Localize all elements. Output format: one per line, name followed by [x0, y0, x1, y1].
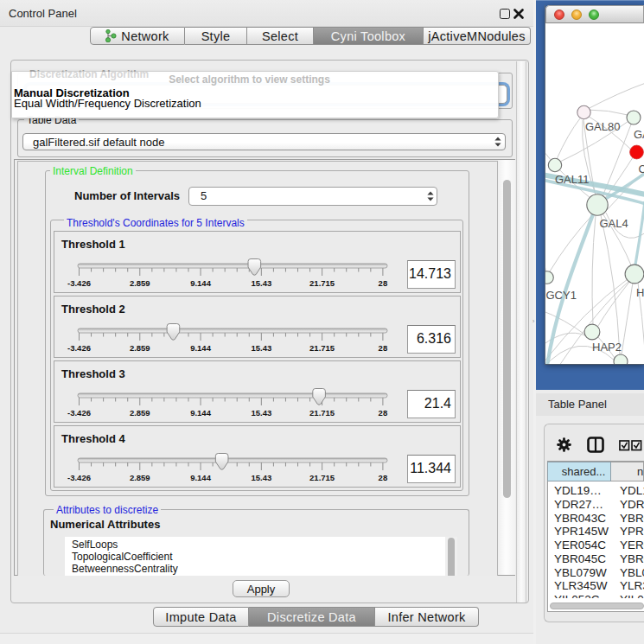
svg-text:21.715: 21.715: [309, 473, 335, 482]
svg-text:9.144: 9.144: [190, 343, 211, 353]
svg-text:H: H: [636, 286, 644, 299]
svg-text:GAL80: GAL80: [585, 120, 620, 133]
svg-text:28: 28: [379, 343, 388, 353]
svg-text:-3.426: -3.426: [67, 408, 91, 418]
svg-text:28: 28: [379, 408, 388, 418]
svg-text:9.144: 9.144: [190, 473, 211, 482]
svg-text:-3.426: -3.426: [67, 278, 91, 288]
svg-text:28: 28: [379, 473, 388, 482]
svg-text:HAP2: HAP2: [592, 341, 622, 354]
svg-text:28: 28: [379, 278, 388, 288]
svg-text:-3.426: -3.426: [67, 473, 91, 482]
svg-text:GAL11: GAL11: [555, 173, 590, 186]
svg-text:GCY1: GCY1: [546, 289, 577, 302]
svg-text:15.43: 15.43: [251, 343, 271, 353]
svg-text:2.859: 2.859: [130, 343, 150, 353]
svg-text:2.859: 2.859: [130, 408, 150, 418]
svg-text:15.43: 15.43: [251, 473, 271, 482]
svg-text:GAL4: GAL4: [600, 217, 628, 230]
svg-text:2.859: 2.859: [130, 278, 150, 288]
svg-text:2.859: 2.859: [130, 473, 150, 482]
svg-text:15.43: 15.43: [251, 278, 271, 288]
svg-text:9.144: 9.144: [190, 408, 211, 418]
svg-text:21.715: 21.715: [309, 278, 335, 288]
svg-text:-3.426: -3.426: [67, 343, 91, 353]
svg-text:21.715: 21.715: [309, 343, 335, 353]
svg-text:15.43: 15.43: [251, 408, 271, 418]
svg-text:21.715: 21.715: [309, 408, 335, 418]
svg-text:GA: GA: [634, 128, 644, 141]
svg-text:9.144: 9.144: [190, 278, 211, 288]
svg-text:C: C: [639, 163, 644, 175]
